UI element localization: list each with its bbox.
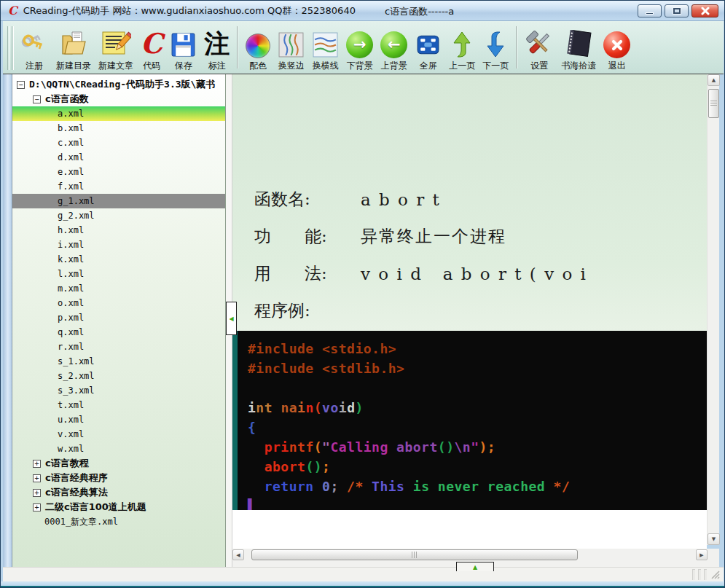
tree-item[interactable]: l.xml xyxy=(12,267,225,281)
save-button[interactable]: 保存 xyxy=(166,22,200,73)
new-folder-button[interactable]: 新建目录 xyxy=(52,22,95,73)
next-background-button[interactable]: →下背景 xyxy=(342,22,377,73)
code-line: ▌ xyxy=(248,496,705,510)
tree-item[interactable]: m.xml xyxy=(12,281,225,296)
tree-item[interactable]: w.xml xyxy=(12,442,225,456)
tree-item[interactable]: b.xml xyxy=(12,121,225,136)
tree-item[interactable]: s_3.xml xyxy=(12,383,225,398)
minimize-button[interactable] xyxy=(638,4,662,17)
tree-item-label: c.xml xyxy=(58,138,84,148)
collapse-box-icon[interactable]: − xyxy=(33,95,41,103)
expand-box-icon[interactable]: + xyxy=(33,489,41,497)
code-line: printf("Calling abort()\n"); xyxy=(248,437,705,457)
vertical-scrollbar[interactable]: ▲ ▼ xyxy=(707,74,719,545)
prev-page-button[interactable]: 上一页 xyxy=(445,22,479,73)
new-folder-label: 新建目录 xyxy=(56,60,91,71)
tree-item[interactable]: g_2.xml xyxy=(12,208,225,223)
vertical-edge-label: 换竖边 xyxy=(278,60,305,71)
document-view: 函数名:a b o r t功 能:异常终止一个进程用 法:v o i d a b… xyxy=(232,74,707,549)
tree-item[interactable]: p.xml xyxy=(12,310,225,325)
code-button[interactable]: C代码 xyxy=(137,22,166,73)
tree-item-label: b.xml xyxy=(58,123,84,133)
tree-item[interactable]: d.xml xyxy=(12,150,225,165)
tree-item[interactable]: s_2.xml xyxy=(12,369,225,383)
tree-item-label: c语言教程 xyxy=(45,457,89,470)
tree-item[interactable]: g_1.xml xyxy=(12,194,225,208)
tree-item-label: c语言经典算法 xyxy=(45,486,108,499)
tree-item[interactable]: k.xml xyxy=(12,252,225,267)
tree-item[interactable]: +c语言经典程序 xyxy=(12,471,225,485)
scroll-up-button[interactable]: ▲ xyxy=(708,74,720,86)
tree-item[interactable]: +c语言教程 xyxy=(12,456,225,471)
scroll-right-button[interactable]: ▶ xyxy=(696,549,708,560)
palette-button[interactable]: 配色 xyxy=(242,22,274,73)
tree-item[interactable]: f.xml xyxy=(12,179,225,194)
tree-item[interactable]: i.xml xyxy=(12,238,225,252)
scroll-left-button[interactable]: ◀ xyxy=(232,549,244,560)
tree-item-label: g_2.xml xyxy=(58,211,95,221)
tree-item[interactable]: u.xml xyxy=(12,412,225,427)
tree-item[interactable]: v.xml xyxy=(12,427,225,442)
dock-strip xyxy=(3,74,12,567)
tree-item[interactable]: 0001_新文章.xml xyxy=(12,514,225,529)
prev-background-button[interactable]: ←上背景 xyxy=(377,22,411,73)
tree-item-label: o.xml xyxy=(58,298,84,308)
tree-item[interactable]: a.xml xyxy=(12,106,225,121)
tree-item[interactable]: c.xml xyxy=(12,136,225,150)
doc-line-value: 异常终止一个进程 xyxy=(361,225,506,248)
next-background-icon: → xyxy=(346,26,373,60)
tree-item-label: D:\QQTN\CReading-代码助手3.3版\藏书 xyxy=(29,78,215,91)
tree-item[interactable]: r.xml xyxy=(12,340,225,354)
horizontal-scroll-thumb[interactable] xyxy=(251,549,578,560)
scroll-down-icon: ▼ xyxy=(712,536,716,542)
expand-box-icon[interactable]: + xyxy=(33,503,41,511)
tree-item-label: q.xml xyxy=(58,327,84,337)
toolbar-separator xyxy=(516,26,517,68)
register-button[interactable]: 注册 xyxy=(16,22,52,73)
tree-item-label: u.xml xyxy=(58,415,84,425)
collapse-box-icon[interactable]: − xyxy=(17,81,25,89)
settings-button[interactable]: 设置 xyxy=(521,22,557,73)
bottom-panel-expander-button[interactable]: ▲ xyxy=(456,562,494,571)
vertical-scroll-thumb[interactable] xyxy=(708,89,719,118)
fullscreen-button[interactable]: 全屏 xyxy=(411,22,445,73)
status-bar xyxy=(3,567,724,581)
code-line: int nain(void) xyxy=(248,398,705,418)
tree-item[interactable]: s_1.xml xyxy=(12,354,225,369)
tree-item[interactable]: +c语言经典算法 xyxy=(12,485,225,500)
book-gleanings-button[interactable]: 书海拾遗 xyxy=(557,22,600,73)
tree-item[interactable]: o.xml xyxy=(12,296,225,310)
new-article-button[interactable]: 新建文章 xyxy=(95,22,137,73)
settings-icon xyxy=(525,26,554,60)
tree-item[interactable]: +二级c语言100道上机题 xyxy=(12,500,225,514)
tree-item-label: m.xml xyxy=(58,283,84,294)
horizontal-line-label: 换横线 xyxy=(313,60,339,71)
tree-item[interactable]: h.xml xyxy=(12,223,225,238)
expand-box-icon[interactable]: + xyxy=(33,460,41,468)
expand-box-icon[interactable]: + xyxy=(33,474,41,482)
tree-item[interactable]: q.xml xyxy=(12,325,225,340)
tree-item-label: e.xml xyxy=(58,167,84,177)
splitter-collapse-button[interactable]: ◀ xyxy=(226,302,237,335)
resize-grip[interactable] xyxy=(710,570,721,580)
exit-button[interactable]: 退出 xyxy=(600,22,634,73)
annotate-button[interactable]: 注标注 xyxy=(200,22,233,73)
save-icon xyxy=(170,26,197,60)
tree-item-label: c语言经典程序 xyxy=(45,471,108,485)
tree-item[interactable]: t.xml xyxy=(12,398,225,412)
book-gleanings-label: 书海拾遗 xyxy=(561,60,596,71)
horizontal-scrollbar[interactable]: ◀ ▶ xyxy=(232,549,708,562)
maximize-button[interactable] xyxy=(665,4,689,17)
next-page-button[interactable]: 下一页 xyxy=(479,22,512,73)
scroll-down-button[interactable]: ▼ xyxy=(708,533,720,545)
tree-item-label: f.xml xyxy=(58,181,84,192)
vertical-edge-button[interactable]: 换竖边 xyxy=(274,22,308,73)
tree-item[interactable]: e.xml xyxy=(12,165,225,179)
tree-item-label: g_1.xml xyxy=(58,196,95,206)
prev-background-label: 上背景 xyxy=(381,60,407,71)
doc-line-value: a b o r t xyxy=(361,190,441,209)
tree-item[interactable]: −c语言函数 xyxy=(12,92,225,106)
tree-item[interactable]: −D:\QQTN\CReading-代码助手3.3版\藏书 xyxy=(12,77,225,92)
close-button[interactable] xyxy=(691,4,718,17)
horizontal-line-button[interactable]: 换横线 xyxy=(308,22,342,73)
